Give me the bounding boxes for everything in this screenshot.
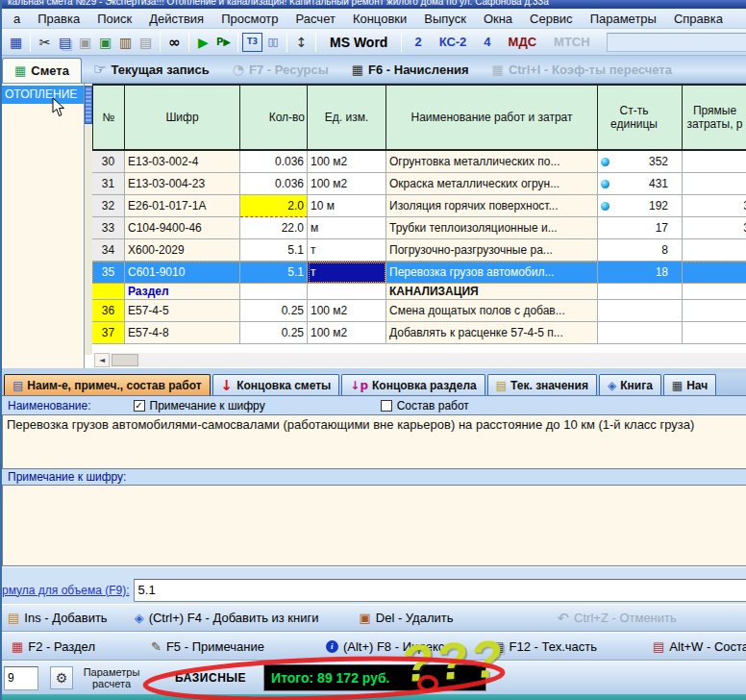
quick-button-мдс[interactable]: МДС xyxy=(500,35,545,49)
cell-unit: т xyxy=(308,239,386,262)
gear-icon[interactable]: ⚙ xyxy=(50,666,73,689)
cell-num: 36 xyxy=(92,300,125,322)
cell-qty: 5.1 xyxy=(240,239,308,262)
command-bar-1: Ins - Добавить(Ctrl+) F4 - Добавить из к… xyxy=(2,604,746,632)
table-row-37[interactable]: 37Е57-4-80.25100 м2Добавлять к расценке … xyxy=(92,322,746,344)
command-cmd1-1[interactable]: (Ctrl+) F4 - Добавить из книги xyxy=(135,611,319,625)
menu-item-11[interactable]: Справка xyxy=(666,10,731,28)
formula-input[interactable] xyxy=(134,579,746,602)
command-cmd2-3[interactable]: F12 - Тех.часть xyxy=(492,639,597,654)
cell-qty: 0.036 xyxy=(240,173,308,195)
work-name-textarea[interactable]: Перевозка грузов автомобилями-самосвалам… xyxy=(2,414,746,469)
scroll-left-button[interactable]: ◄ xyxy=(94,353,110,367)
menu-item-6[interactable]: Концовки xyxy=(345,10,414,28)
tab-0[interactable]: Смета xyxy=(2,58,82,83)
cell-qty: 0.25 xyxy=(240,300,308,322)
table-row-30[interactable]: 30Е13-03-002-40.036100 м2Огрунтовка мета… xyxy=(92,151,746,173)
command-cmd1-2[interactable]: Del - Удалить xyxy=(360,611,454,625)
command-cmd2-0[interactable]: F2 - Раздел xyxy=(12,639,95,654)
command-cmd2-2[interactable]: i(Alt+) F8 - Индекс xyxy=(326,639,444,654)
tab-1[interactable]: Текущая запись xyxy=(82,56,221,83)
cell-num: 31 xyxy=(92,173,125,195)
calc-params-label[interactable]: Параметры расчета xyxy=(81,666,142,689)
panel-scrollbar[interactable] xyxy=(85,86,92,355)
detail-tab-label: Наим-е, примеч., состав работ xyxy=(27,379,201,392)
section-row[interactable]: РазделКАНАЛИЗАЦИЯ xyxy=(92,284,746,300)
command-cmd1-3: Ctrl+Z - Отменить xyxy=(558,610,677,627)
status-count-box: 9 xyxy=(4,666,38,690)
formula-link[interactable]: рмула для объема (F9): xyxy=(2,584,134,597)
run-icon[interactable] xyxy=(193,33,213,52)
tab-3[interactable]: F6 - Начисления xyxy=(340,56,481,83)
copy-icon[interactable] xyxy=(55,33,75,52)
clipboard-alt-icon[interactable] xyxy=(136,33,156,52)
ms-word-button[interactable]: MS Word xyxy=(320,35,397,50)
menu-item-5[interactable]: Расчет xyxy=(288,10,343,28)
cell-num: 37 xyxy=(92,322,125,344)
menu-item-7[interactable]: Выпуск xyxy=(416,10,474,28)
command-cmd2-1[interactable]: F5 - Примечание xyxy=(151,639,264,654)
clipboard-find-icon[interactable] xyxy=(115,33,136,52)
detail-tab-1[interactable]: Концовка сметы xyxy=(212,374,340,395)
cell-code: Е57-4-8 xyxy=(125,322,240,344)
menu-item-4[interactable]: Просмотр xyxy=(213,10,286,28)
paste-insert-icon[interactable] xyxy=(95,33,115,52)
menu-item-9[interactable]: Сервис xyxy=(522,10,581,28)
menu-item-8[interactable]: Окна xyxy=(476,10,520,28)
table-row-31[interactable]: 31Е13-03-004-230.036100 м2Окраска металл… xyxy=(92,173,746,195)
menu-item-3[interactable]: Действия xyxy=(141,10,211,28)
quick-button-кс-2[interactable]: КС-2 xyxy=(431,35,476,49)
detail-tab-label: Тек. значения xyxy=(510,379,588,392)
menu-item-0[interactable]: а xyxy=(6,10,28,28)
detail-tab-4[interactable]: Книга xyxy=(599,374,661,395)
tab-2[interactable]: F7 - Ресурсы xyxy=(221,56,340,83)
spinner-icon[interactable] xyxy=(291,33,311,52)
cell-name: Перевозка грузов автомобил... xyxy=(386,262,598,284)
checkbox-item-1[interactable]: Состав работ xyxy=(381,399,469,412)
column-header-3: Ед. изм. xyxy=(308,86,386,151)
cell-unit-cost xyxy=(598,300,683,322)
record-dot-icon xyxy=(601,158,609,166)
table-row-34[interactable]: 34Х600-20295.1тПогрузочно-разгрузочные р… xyxy=(92,239,746,262)
checkbox-unchecked[interactable] xyxy=(381,400,392,412)
quick-button-мтсн[interactable]: МТСН xyxy=(545,35,599,49)
table-row-33[interactable]: 33С104-9400-4622.0мТрубки теплоизоляцион… xyxy=(92,217,746,239)
detail-tab-0[interactable]: Наим-е, примеч., состав работ xyxy=(4,374,211,395)
command-cmd2-4[interactable]: Alt+W - Состав работ xyxy=(653,639,746,654)
cut-icon[interactable] xyxy=(35,33,55,52)
menu-item-10[interactable]: Параметры xyxy=(583,10,664,28)
menu-item-2[interactable]: Поиск xyxy=(89,10,139,28)
table-row-35[interactable]: 35С601-90105.1тПеревозка грузов автомоби… xyxy=(92,262,746,284)
command-cmd1-0[interactable]: Ins - Добавить xyxy=(8,611,108,625)
columns-icon[interactable] xyxy=(262,33,283,52)
quick-button-2[interactable]: 2 xyxy=(406,35,430,49)
section-item-otoplenie[interactable]: ОТОПЛЕНИЕ xyxy=(2,86,84,104)
detail-tab-2[interactable]: Концовка раздела xyxy=(341,374,485,395)
cell-unit: 100 м2 xyxy=(308,151,386,173)
detail-tab-5[interactable]: Нач xyxy=(663,374,716,395)
run-p-icon[interactable] xyxy=(213,33,234,52)
formula-row: рмула для объема (F9): xyxy=(2,576,746,604)
h-scrollbar-thumb[interactable] xyxy=(112,354,138,366)
checkbox-checked[interactable]: ✓ xyxy=(134,400,145,412)
note-textarea[interactable] xyxy=(2,485,746,566)
sheet-grid-icon xyxy=(14,63,26,78)
price-mode-label: БАЗИСНЫЕ xyxy=(175,671,246,685)
total-value: Итого: 89 172 руб. xyxy=(271,670,389,686)
checkbox-item-0[interactable]: ✓Примечание к шифру xyxy=(134,399,265,412)
table-row-36[interactable]: 36Е57-4-50.25100 м2Смена дощатых полов с… xyxy=(92,300,746,322)
detail-tab-3[interactable]: Тек. значения xyxy=(487,374,597,395)
save-export-icon[interactable] xyxy=(6,33,26,52)
sections-panel: ОТОПЛЕНИЕ xyxy=(2,84,85,369)
menu-item-1[interactable]: Правка xyxy=(30,10,87,28)
t3-icon[interactable] xyxy=(242,33,262,52)
tab-4[interactable]: Ctrl+I - Коэф-ты пересчета xyxy=(481,56,684,83)
quick-button-4[interactable]: 4 xyxy=(475,35,499,49)
table-row-32[interactable]: 32Е26-01-017-1А2.010 мИзоляция горячих п… xyxy=(92,195,746,217)
binoculars-icon[interactable] xyxy=(164,33,185,52)
panel-scrollbar-thumb[interactable] xyxy=(85,86,92,124)
tab-label: Ctrl+I - Коэф-ты пересчета xyxy=(509,62,672,77)
paste-icon[interactable] xyxy=(75,33,95,52)
grid-h-scrollbar[interactable]: ◄ xyxy=(94,353,746,367)
cell-qty: 0.25 xyxy=(240,322,308,344)
